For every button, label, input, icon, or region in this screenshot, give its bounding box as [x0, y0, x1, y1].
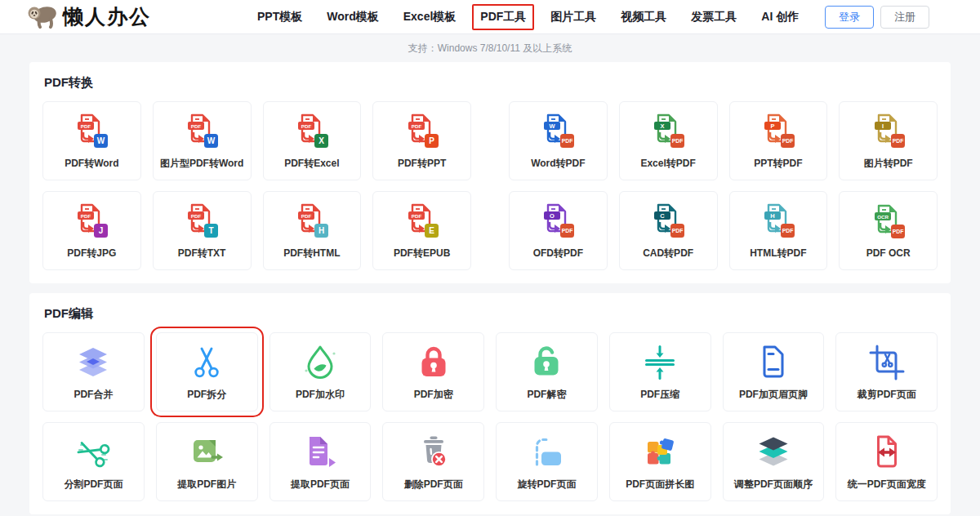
uniform-pdf-page-width-icon — [867, 433, 906, 472]
tool-card-rotate-pdf-pages[interactable]: 旋转PDF页面 — [496, 422, 598, 501]
tool-card-uniform-pdf-page-width[interactable]: 统一PDF页面宽度 — [835, 422, 938, 501]
tool-card-extract-pdf-images[interactable]: 提取PDF图片 — [156, 422, 258, 501]
tool-card-pdf-merge[interactable]: PDF合并 — [42, 332, 145, 411]
brand-logo[interactable]: 懒人办公 — [26, 2, 151, 32]
tool-card-pdf-pages-long-image[interactable]: PDF页面拼长图 — [609, 422, 711, 501]
cards-row: 分割PDF页面 提取PDF图片 提取PDF页面 删除PDF页面 旋转PDF页面 — [42, 422, 938, 501]
header: 懒人办公 PPT模板Word模板Excel模板PDF工具图片工具视频工具发票工具… — [0, 0, 980, 34]
support-note: 支持：Windows 7/8/10/11 及以上系统 — [0, 34, 980, 62]
pdf-ocr-icon: OCR PDF — [869, 202, 908, 242]
nav-item-excel-templates[interactable]: Excel模板 — [395, 4, 465, 30]
pdf-to-html-icon: PDF H — [292, 202, 332, 241]
tool-card-pdf-to-epub[interactable]: PDF EPDF转EPUB — [372, 191, 471, 270]
svg-text:PDF: PDF — [411, 212, 421, 218]
tool-card-cad-to-pdf[interactable]: C PDFCAD转PDF — [619, 191, 718, 270]
tool-card-label: PDF转JPG — [67, 247, 116, 260]
tool-card-ppt-to-pdf[interactable]: P PDFPPT转PDF — [729, 101, 828, 180]
pdf-to-epub-icon: PDF E — [403, 202, 442, 241]
tool-card-excel-to-pdf[interactable]: X PDFExcel转PDF — [619, 101, 718, 180]
tool-card-pdf-ocr[interactable]: OCR PDFPDF OCR — [839, 191, 938, 270]
tool-card-label: PPT转PDF — [754, 157, 802, 171]
pdf-edit-cards: PDF合并 PDF拆分 PDF加水印 PDF加密 PDF解密 PDF压缩 PDF… — [42, 332, 938, 501]
cards-row: PDF JPDF转JPG PDF TPDF转TXT PDF HPDF转HTML — [42, 191, 938, 270]
nav-item-invoice-tools[interactable]: 发票工具 — [683, 4, 745, 30]
tool-card-label: PDF OCR — [866, 247, 911, 259]
svg-text:PDF: PDF — [892, 137, 903, 143]
svg-text:E: E — [429, 225, 434, 234]
rotate-pdf-pages-icon — [527, 433, 566, 472]
tool-card-pdf-watermark[interactable]: PDF加水印 — [270, 332, 372, 411]
tool-card-pdf-split[interactable]: PDF拆分 — [156, 332, 258, 411]
nav-item-word-templates[interactable]: Word模板 — [318, 4, 387, 30]
auth-buttons: 登录 注册 — [825, 6, 929, 29]
image-pdf-to-word-icon: PDF W — [182, 112, 221, 151]
svg-text:X: X — [661, 122, 665, 129]
register-button[interactable]: 注册 — [880, 6, 929, 29]
pdf-to-word-icon: PDF W — [72, 112, 111, 151]
pdf-to-excel-icon: PDF X — [292, 112, 332, 151]
brand-name: 懒人办公 — [63, 7, 151, 27]
svg-text:PDF: PDF — [562, 227, 573, 233]
tool-card-split-pdf-pages[interactable]: 分割PDF页面 — [42, 422, 145, 501]
tool-card-label: 图片转PDF — [864, 157, 913, 171]
tool-card-image-to-pdf[interactable]: I PDF图片转PDF — [839, 101, 938, 180]
tool-card-pdf-to-ppt[interactable]: PDF PPDF转PPT — [372, 101, 471, 180]
tool-card-pdf-crop[interactable]: 裁剪PDF页面 — [835, 332, 938, 411]
tool-card-pdf-header-footer[interactable]: PDF加页眉页脚 — [723, 332, 825, 411]
tool-card-label: PDF转Excel — [284, 157, 339, 171]
nav-item-video-tools[interactable]: 视频工具 — [612, 4, 675, 30]
svg-text:PDF: PDF — [411, 122, 421, 128]
tool-card-html-to-pdf[interactable]: H PDFHTML转PDF — [729, 191, 828, 270]
tool-card-label: HTML转PDF — [750, 247, 806, 260]
tool-card-label: PDF转TXT — [178, 247, 226, 260]
svg-text:J: J — [99, 225, 104, 234]
svg-text:O: O — [550, 211, 555, 219]
svg-text:PDF: PDF — [892, 229, 903, 234]
tool-card-label: 裁剪PDF页面 — [858, 388, 916, 402]
tool-card-extract-pdf-pages[interactable]: 提取PDF页面 — [270, 422, 372, 501]
tool-card-label: 删除PDF页面 — [404, 478, 463, 492]
tool-card-pdf-compress[interactable]: PDF压缩 — [609, 332, 711, 411]
tool-card-pdf-to-jpg[interactable]: PDF JPDF转JPG — [42, 191, 141, 270]
delete-pdf-pages-icon — [414, 433, 453, 472]
extract-pdf-images-icon — [187, 433, 226, 472]
tool-card-pdf-to-html[interactable]: PDF HPDF转HTML — [263, 191, 362, 270]
tool-card-pdf-decrypt[interactable]: PDF解密 — [496, 332, 598, 411]
svg-text:W: W — [550, 122, 556, 129]
svg-text:PDF: PDF — [782, 227, 794, 233]
nav-item-pdf-tools[interactable]: PDF工具 — [472, 4, 534, 30]
tool-card-ofd-to-pdf[interactable]: O PDFOFD转PDF — [509, 191, 608, 270]
tool-card-word-to-pdf[interactable]: W PDFWord转PDF — [509, 101, 608, 180]
nav-item-ai-creation[interactable]: AI 创作 — [753, 4, 807, 30]
tool-card-pdf-to-excel[interactable]: PDF XPDF转Excel — [263, 101, 362, 180]
nav-item-ppt-templates[interactable]: PPT模板 — [249, 4, 310, 30]
tool-card-pdf-encrypt[interactable]: PDF加密 — [382, 332, 484, 411]
pdf-compress-icon — [640, 343, 679, 382]
tool-card-label: PDF转HTML — [283, 247, 340, 260]
tool-card-image-pdf-to-word[interactable]: PDF W图片型PDF转Word — [153, 101, 252, 180]
pdf-decrypt-icon — [527, 343, 566, 382]
tool-card-delete-pdf-pages[interactable]: 删除PDF页面 — [382, 422, 484, 501]
tool-card-pdf-to-word[interactable]: PDF WPDF转Word — [42, 101, 141, 180]
svg-text:I: I — [882, 122, 884, 129]
svg-text:PDF: PDF — [191, 212, 202, 218]
section-pdf-edit: PDF编辑 PDF合并 PDF拆分 PDF加水印 PDF加密 PDF解密 PDF… — [29, 293, 951, 514]
tool-card-label: PDF解密 — [527, 388, 566, 402]
tool-card-label: PDF页面拼长图 — [626, 478, 694, 492]
main-nav: PPT模板Word模板Excel模板PDF工具图片工具视频工具发票工具AI 创作 — [249, 4, 807, 30]
tool-card-label: PDF压缩 — [640, 388, 679, 402]
svg-text:PDF: PDF — [782, 137, 794, 143]
svg-text:T: T — [209, 225, 214, 234]
tool-card-reorder-pdf-pages[interactable]: 调整PDF页面顺序 — [723, 422, 825, 501]
tool-card-label: CAD转PDF — [643, 247, 693, 260]
svg-text:PDF: PDF — [301, 122, 312, 128]
svg-text:P: P — [429, 136, 434, 145]
section-pdf-convert: PDF转换 PDF WPDF转Word PDF W图片型PDF转Word PDF — [29, 62, 951, 283]
svg-text:PDF: PDF — [562, 137, 573, 143]
tool-card-label: 提取PDF图片 — [177, 478, 236, 492]
nav-item-image-tools[interactable]: 图片工具 — [542, 4, 604, 30]
tool-card-pdf-to-txt[interactable]: PDF TPDF转TXT — [153, 191, 252, 270]
svg-text:PDF: PDF — [81, 122, 91, 128]
pdf-crop-icon — [867, 343, 906, 382]
login-button[interactable]: 登录 — [825, 6, 874, 29]
